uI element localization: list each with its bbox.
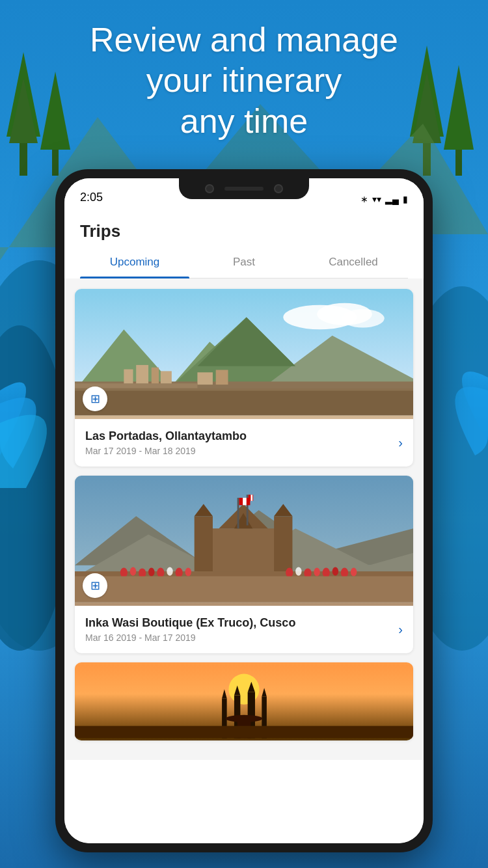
svg-point-20 bbox=[342, 309, 385, 327]
svg-rect-45 bbox=[237, 498, 239, 528]
battery-icon: ▮ bbox=[403, 194, 408, 204]
svg-rect-48 bbox=[243, 498, 247, 505]
trips-list: ⊞ Las Portadas, Ollantaytambo Mar 17 201… bbox=[64, 278, 424, 760]
svg-rect-31 bbox=[216, 370, 228, 385]
hotel-icon-2: ⊞ bbox=[90, 578, 100, 593]
phone-screen: 2:05 ∗ ▾▾ ▂▄ ▮ Trips Upcoming Past bbox=[64, 178, 424, 843]
trip-dates-1: Mar 17 2019 - Mar 18 2019 bbox=[85, 446, 398, 456]
svg-rect-41 bbox=[195, 516, 213, 571]
svg-rect-27 bbox=[136, 365, 148, 385]
trip-dates-2: Mar 16 2019 - Mar 17 2019 bbox=[85, 632, 398, 643]
svg-point-66 bbox=[341, 567, 348, 577]
tab-cancelled[interactable]: Cancelled bbox=[299, 247, 408, 278]
svg-rect-81 bbox=[75, 726, 413, 739]
svg-point-63 bbox=[314, 567, 319, 576]
svg-rect-68 bbox=[75, 576, 413, 603]
svg-point-64 bbox=[323, 567, 330, 577]
status-icons: ∗ ▾▾ ▂▄ ▮ bbox=[360, 194, 408, 206]
svg-rect-26 bbox=[124, 370, 133, 385]
trip-info-2: Inka Wasi Boutique (Ex Truco), Cusco Mar… bbox=[75, 606, 413, 653]
svg-rect-50 bbox=[251, 495, 252, 500]
page-title: Trips bbox=[80, 221, 408, 241]
svg-point-53 bbox=[130, 567, 136, 576]
trip-card-3[interactable] bbox=[75, 662, 413, 740]
svg-point-56 bbox=[157, 567, 164, 577]
hotel-badge-1: ⊞ bbox=[83, 387, 107, 411]
trip-card-2[interactable]: ⊞ Inka Wasi Boutique (Ex Truco), Cusco M… bbox=[75, 476, 413, 653]
svg-point-52 bbox=[120, 567, 128, 577]
signal-icon: ▂▄ bbox=[385, 194, 399, 204]
svg-point-61 bbox=[295, 567, 301, 576]
trip-details-2: Inka Wasi Boutique (Ex Truco), Cusco Mar… bbox=[85, 616, 398, 643]
svg-point-59 bbox=[185, 567, 191, 576]
trip-arrow-2[interactable]: › bbox=[398, 622, 403, 637]
hero-text: Review and manage your itinerary any tim… bbox=[0, 20, 488, 141]
status-time: 2:05 bbox=[80, 191, 103, 206]
notch-speaker bbox=[224, 187, 264, 191]
phone-frame: 2:05 ∗ ▾▾ ▂▄ ▮ Trips Upcoming Past bbox=[55, 169, 433, 852]
notch-camera-right bbox=[274, 184, 283, 193]
svg-rect-28 bbox=[152, 368, 159, 385]
app-header: Trips Upcoming Past Cancelled bbox=[64, 211, 424, 278]
notch-camera-left bbox=[205, 184, 214, 193]
tab-past[interactable]: Past bbox=[189, 247, 299, 278]
svg-point-67 bbox=[351, 567, 357, 576]
trip-details-1: Las Portadas, Ollantaytambo Mar 17 2019 … bbox=[85, 429, 398, 456]
svg-rect-29 bbox=[161, 371, 172, 385]
svg-point-58 bbox=[175, 567, 182, 577]
phone-notch bbox=[179, 178, 309, 199]
svg-point-80 bbox=[226, 715, 263, 722]
trip-name-2: Inka Wasi Boutique (Ex Truco), Cusco bbox=[85, 616, 398, 630]
svg-point-65 bbox=[332, 567, 338, 576]
trip-image-3 bbox=[75, 662, 413, 740]
trip-info-1: Las Portadas, Ollantaytambo Mar 17 2019 … bbox=[75, 419, 413, 467]
trip-arrow-1[interactable]: › bbox=[398, 435, 403, 450]
svg-rect-30 bbox=[197, 372, 213, 385]
wifi-icon: ▾▾ bbox=[372, 194, 381, 204]
svg-point-60 bbox=[286, 567, 293, 577]
trip-card-1[interactable]: ⊞ Las Portadas, Ollantaytambo Mar 17 201… bbox=[75, 289, 413, 467]
bluetooth-icon: ∗ bbox=[360, 194, 368, 204]
hero-heading: Review and manage your itinerary any tim… bbox=[0, 20, 488, 141]
trip-image-2: ⊞ bbox=[75, 476, 413, 606]
trip-name-1: Las Portadas, Ollantaytambo bbox=[85, 429, 398, 443]
svg-point-55 bbox=[148, 567, 154, 576]
svg-point-57 bbox=[167, 567, 172, 576]
tabs-bar: Upcoming Past Cancelled bbox=[80, 247, 408, 278]
hotel-icon-1: ⊞ bbox=[90, 392, 100, 406]
app-content: Trips Upcoming Past Cancelled bbox=[64, 211, 424, 843]
tab-upcoming[interactable]: Upcoming bbox=[80, 247, 189, 278]
hotel-badge-2: ⊞ bbox=[83, 573, 107, 598]
svg-rect-34 bbox=[75, 391, 413, 416]
svg-rect-42 bbox=[274, 516, 292, 571]
trip-image-1: ⊞ bbox=[75, 289, 413, 419]
